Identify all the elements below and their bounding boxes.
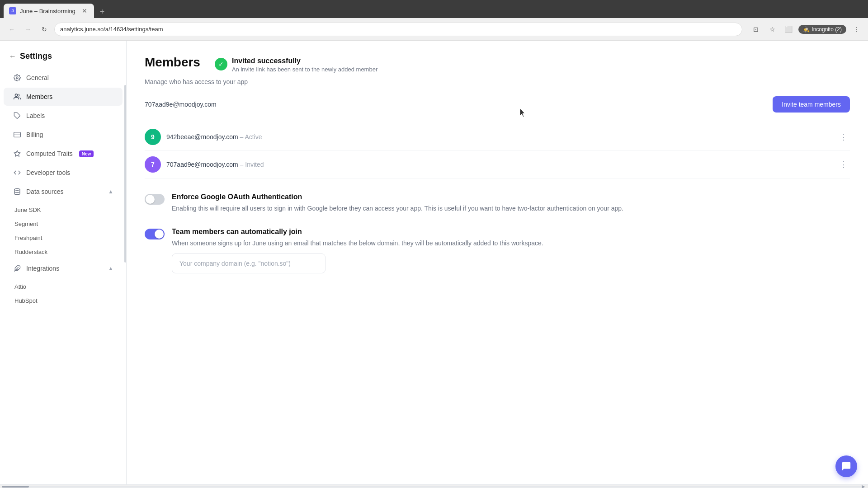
page-title: Members xyxy=(145,55,200,70)
chevron-up-icon: ▲ xyxy=(108,188,113,195)
nav-icons: ⊡ ☆ ⬜ 🕵 Incognito (2) ⋮ xyxy=(750,23,863,36)
member-email: 707aad9e@moodjoy.com – Invited xyxy=(166,161,837,168)
toast-description: An invite link has been sent to the newl… xyxy=(232,66,377,73)
integrations-section: Attio HubSpot xyxy=(0,280,126,308)
sidebar-header[interactable]: ← Settings xyxy=(0,48,126,68)
sidebar-item-hubspot[interactable]: HubSpot xyxy=(0,294,126,308)
sidebar-item-members[interactable]: Members xyxy=(4,88,123,106)
reload-button[interactable]: ↻ xyxy=(38,23,51,36)
puzzle-icon xyxy=(13,264,22,273)
oauth-section: Enforce Google OAuth Authentication Enab… xyxy=(145,193,850,213)
sidebar-item-integrations[interactable]: Integrations ▲ xyxy=(4,259,123,277)
tab-title: June – Brainstorming xyxy=(20,8,75,14)
member-status: – Active xyxy=(240,133,262,141)
sidebar-item-labels[interactable]: Labels xyxy=(4,107,123,125)
svg-marker-5 xyxy=(14,150,20,156)
auto-join-setting-title: Team members can automatically join xyxy=(172,228,850,236)
attio-label: Attio xyxy=(14,283,26,290)
incognito-badge[interactable]: 🕵 Incognito (2) xyxy=(798,25,846,34)
chat-fab-button[interactable] xyxy=(835,455,857,477)
sidebar-item-computed-traits[interactable]: Computed Traits New xyxy=(4,145,123,163)
database-icon xyxy=(13,187,22,196)
page-header: Members ✓ Invited successfully An invite… xyxy=(145,55,850,73)
success-icon: ✓ xyxy=(215,58,227,70)
members-list: 9 942beeae@moodjoy.com – Active ⋮ 7 707a… xyxy=(145,123,850,178)
address-bar[interactable]: analytics.june.so/a/14634/settings/team xyxy=(54,23,742,36)
tag-icon xyxy=(13,111,22,120)
sparkle-icon xyxy=(13,149,22,158)
svg-rect-3 xyxy=(14,132,21,137)
auto-join-toggle-wrapper[interactable] xyxy=(145,229,165,239)
hubspot-label: HubSpot xyxy=(14,297,38,304)
avatar: 9 xyxy=(145,129,161,145)
users-icon xyxy=(13,92,22,101)
oauth-setting-desc: Enabling this will require all users to … xyxy=(172,204,850,213)
sidebar-item-data-sources[interactable]: Data sources ▲ xyxy=(4,183,123,201)
nav-bar: ← → ↻ analytics.june.so/a/14634/settings… xyxy=(0,18,868,41)
extension-icon[interactable]: ⬜ xyxy=(782,23,795,36)
invite-team-members-button[interactable]: Invite team members xyxy=(773,96,850,113)
sidebar-item-attio[interactable]: Attio xyxy=(0,280,126,294)
oauth-toggle-wrapper[interactable] xyxy=(145,194,165,205)
chevron-up-icon-integrations: ▲ xyxy=(108,265,113,272)
menu-button[interactable]: ⋮ xyxy=(850,23,863,36)
auto-join-section: Team members can automatically join When… xyxy=(145,228,850,273)
incognito-icon: 🕵 xyxy=(803,26,810,33)
address-text: analytics.june.so/a/14634/settings/team xyxy=(60,26,163,33)
toast-text: Invited successfully An invite link has … xyxy=(232,57,377,73)
rudderstack-label: Rudderstack xyxy=(14,249,47,255)
auto-join-setting-text: Team members can automatically join When… xyxy=(172,228,850,273)
sidebar-labels-label: Labels xyxy=(26,112,45,119)
oauth-setting-text: Enforce Google OAuth Authentication Enab… xyxy=(172,193,850,213)
oauth-toggle[interactable] xyxy=(145,194,165,205)
main-content: Members ✓ Invited successfully An invite… xyxy=(127,41,868,484)
toggle-thumb xyxy=(155,230,164,239)
member-email: 942beeae@moodjoy.com – Active xyxy=(166,133,837,141)
back-arrow-icon: ← xyxy=(9,52,16,61)
new-badge: New xyxy=(79,150,94,157)
sidebar-item-developer-tools[interactable]: Developer tools xyxy=(4,164,123,182)
gear-icon xyxy=(13,73,22,82)
sidebar-item-segment[interactable]: Segment xyxy=(0,217,126,231)
toggle-thumb xyxy=(146,195,155,204)
svg-point-6 xyxy=(14,188,20,190)
scrollbar-thumb xyxy=(2,486,29,488)
cast-icon[interactable]: ⊡ xyxy=(750,23,762,36)
sidebar-item-general[interactable]: General xyxy=(4,69,123,87)
success-toast: ✓ Invited successfully An invite link ha… xyxy=(215,57,377,73)
tab-favicon: J xyxy=(9,7,16,14)
auto-join-toggle[interactable] xyxy=(145,229,165,239)
sidebar-general-label: General xyxy=(26,74,49,81)
new-tab-button[interactable]: + xyxy=(96,5,108,18)
bookmark-icon[interactable]: ☆ xyxy=(766,23,778,36)
sidebar: ← Settings General Members xyxy=(0,41,127,484)
active-tab[interactable]: J June – Brainstorming ✕ xyxy=(4,4,94,18)
sidebar-item-freshpaint[interactable]: Freshpaint xyxy=(0,231,126,245)
sidebar-computed-traits-label: Computed Traits xyxy=(26,150,73,157)
sidebar-item-billing[interactable]: Billing xyxy=(4,126,123,144)
sidebar-data-sources-label: Data sources xyxy=(26,188,63,195)
sidebar-title: Settings xyxy=(20,52,52,61)
forward-button[interactable]: → xyxy=(22,23,34,36)
incognito-label: Incognito (2) xyxy=(811,26,842,33)
toast-title: Invited successfully xyxy=(232,57,377,65)
member-menu-button[interactable]: ⋮ xyxy=(837,158,850,171)
tab-close-button[interactable]: ✕ xyxy=(80,7,89,15)
scrollbar-track xyxy=(2,486,861,488)
sidebar-integrations-label: Integrations xyxy=(26,265,59,272)
table-row: 9 942beeae@moodjoy.com – Active ⋮ xyxy=(145,123,850,151)
oauth-setting-row: Enforce Google OAuth Authentication Enab… xyxy=(145,193,850,213)
sidebar-scrollbar-thumb xyxy=(124,85,126,263)
code-icon xyxy=(13,168,22,177)
app-container: ← Settings General Members xyxy=(0,41,868,484)
member-menu-button[interactable]: ⋮ xyxy=(837,131,850,143)
svg-point-1 xyxy=(15,94,17,96)
page-subtitle: Manage who has access to your app xyxy=(145,78,850,85)
sidebar-item-june-sdk[interactable]: June SDK xyxy=(0,203,126,217)
domain-placeholder: Your company domain (e.g. "notion.so") xyxy=(179,260,291,267)
sidebar-members-label: Members xyxy=(26,93,52,100)
sidebar-item-rudderstack[interactable]: Rudderstack xyxy=(0,245,126,259)
table-row: 7 707aad9e@moodjoy.com – Invited ⋮ xyxy=(145,151,850,178)
back-button[interactable]: ← xyxy=(5,23,18,36)
auto-join-setting-row: Team members can automatically join When… xyxy=(145,228,850,273)
